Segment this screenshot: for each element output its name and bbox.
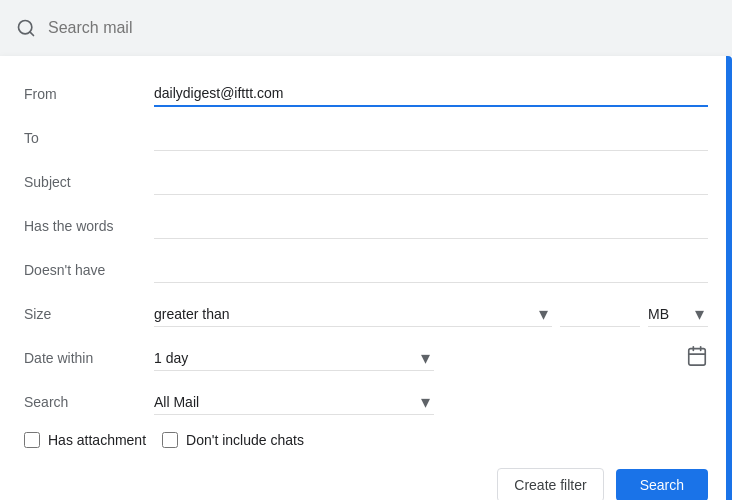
- subject-row: Subject: [0, 160, 732, 204]
- advanced-search-panel: From To Subject Has the words Doesn't ha…: [0, 56, 732, 500]
- size-condition-wrap: greater than less than ▾: [154, 302, 552, 327]
- create-filter-button[interactable]: Create filter: [497, 468, 603, 500]
- has-attachment-label: Has attachment: [48, 432, 146, 448]
- side-accent: [726, 56, 732, 500]
- size-value-wrap: MB KB Bytes ▾: [560, 302, 708, 327]
- subject-input[interactable]: [154, 170, 708, 194]
- from-label: From: [24, 86, 154, 102]
- has-words-label: Has the words: [24, 218, 154, 234]
- from-input-wrap: [154, 81, 708, 107]
- size-row: Size greater than less than ▾ MB KB Byte…: [0, 292, 732, 336]
- doesnt-have-input[interactable]: [154, 258, 708, 282]
- has-words-input-wrap: [154, 214, 708, 239]
- date-within-select-wrap: 1 day 3 days 1 week 2 weeks 1 month 2 mo…: [154, 346, 434, 371]
- has-words-row: Has the words: [0, 204, 732, 248]
- date-controls: 1 day 3 days 1 week 2 weeks 1 month 2 mo…: [154, 345, 708, 372]
- to-label: To: [24, 130, 154, 146]
- doesnt-have-row: Doesn't have: [0, 248, 732, 292]
- size-condition-select[interactable]: greater than less than: [154, 306, 254, 322]
- subject-input-wrap: [154, 170, 708, 195]
- subject-label: Subject: [24, 174, 154, 190]
- has-words-input[interactable]: [154, 214, 708, 238]
- date-within-label: Date within: [24, 350, 154, 366]
- dont-include-chats-checkbox-item[interactable]: Don't include chats: [162, 432, 304, 448]
- dont-include-chats-checkbox[interactable]: [162, 432, 178, 448]
- actions-row: Create filter Search: [0, 456, 732, 500]
- size-unit-select[interactable]: MB KB Bytes: [648, 306, 708, 322]
- calendar-icon[interactable]: [686, 345, 708, 372]
- date-within-arrow-icon: ▾: [421, 347, 430, 369]
- dont-include-chats-label: Don't include chats: [186, 432, 304, 448]
- size-controls: greater than less than ▾ MB KB Bytes ▾: [154, 302, 708, 327]
- from-input[interactable]: [154, 81, 708, 105]
- to-input[interactable]: [154, 126, 708, 150]
- size-value-input[interactable]: [560, 302, 640, 327]
- svg-line-1: [30, 32, 34, 36]
- search-scope-row: Search All Mail Inbox Sent Mail Drafts S…: [0, 380, 732, 424]
- date-within-select[interactable]: 1 day 3 days 1 week 2 weeks 1 month 2 mo…: [154, 350, 236, 366]
- checkboxes-row: Has attachment Don't include chats: [0, 424, 732, 456]
- to-row: To: [0, 116, 732, 160]
- date-within-row: Date within 1 day 3 days 1 week 2 weeks …: [0, 336, 732, 380]
- doesnt-have-label: Doesn't have: [24, 262, 154, 278]
- size-label: Size: [24, 306, 154, 322]
- search-button[interactable]: Search: [616, 469, 708, 500]
- size-condition-arrow-icon: ▾: [539, 303, 548, 325]
- from-row: From: [0, 72, 732, 116]
- search-icon: [16, 18, 36, 38]
- has-attachment-checkbox-item[interactable]: Has attachment: [24, 432, 146, 448]
- search-scope-select-wrap: All Mail Inbox Sent Mail Drafts Spam Tra…: [154, 390, 434, 415]
- search-scope-select[interactable]: All Mail Inbox Sent Mail Drafts Spam Tra…: [154, 394, 434, 410]
- size-unit-wrap: MB KB Bytes ▾: [648, 302, 708, 327]
- doesnt-have-input-wrap: [154, 258, 708, 283]
- search-scope-label: Search: [24, 394, 154, 410]
- search-bar: [0, 0, 732, 56]
- has-attachment-checkbox[interactable]: [24, 432, 40, 448]
- to-input-wrap: [154, 126, 708, 151]
- svg-rect-2: [689, 348, 706, 365]
- search-input[interactable]: [48, 19, 716, 37]
